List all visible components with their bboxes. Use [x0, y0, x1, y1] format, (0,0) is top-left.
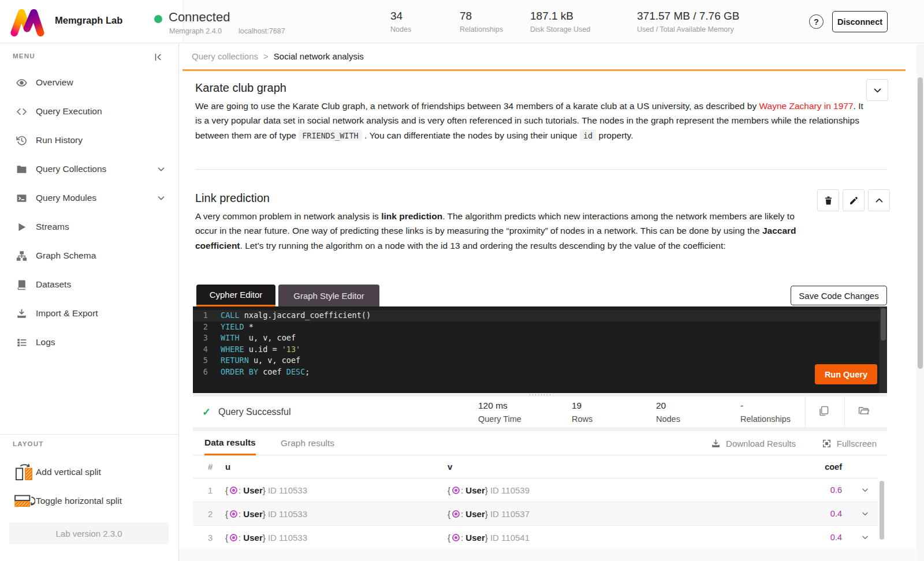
- expand-row-icon[interactable]: [842, 485, 870, 495]
- horizontal-split-icon: [13, 491, 36, 511]
- sidebar-item-query-modules[interactable]: Query Modules: [0, 184, 178, 212]
- tab-cypher-editor[interactable]: Cypher Editor: [196, 285, 275, 306]
- lab-version-badge: Lab version 2.3.0: [9, 522, 169, 544]
- memgraph-lab-app: Memgraph Lab Connected Memgraph 2.4.0 lo…: [0, 0, 924, 561]
- table-row[interactable]: 2 {: User} ID 110533 {: User} ID 110537 …: [193, 502, 878, 526]
- chevron-up-icon: [874, 196, 884, 205]
- breadcrumb-parent[interactable]: Query collections: [192, 51, 258, 61]
- collapse-section-button[interactable]: [866, 79, 888, 101]
- layout-section-label: LAYOUT: [13, 440, 43, 447]
- sidebar-item-import-export[interactable]: Import & Export: [0, 299, 178, 328]
- folder-icon: [15, 163, 28, 175]
- query-stats: 120 ms Query Time 19 Rows 20 Nodes - Rel…: [478, 401, 827, 424]
- link-prediction-paragraph: A very common problem in network analysi…: [195, 209, 808, 253]
- table-row[interactable]: 3 {: User} ID 110533 {: User} ID 110541 …: [193, 526, 878, 548]
- sidebar-divider: [0, 434, 178, 435]
- code-line[interactable]: 3 WITH u, v, coef: [193, 332, 887, 344]
- save-code-changes-button[interactable]: Save Code Changes: [791, 286, 887, 305]
- delete-query-button[interactable]: [817, 189, 839, 211]
- breadcrumb: Query collections > Social network analy…: [192, 43, 364, 69]
- table-body: 1 {: User} ID 110533 {: User} ID 110539 …: [193, 478, 878, 548]
- query-stat: 19 Rows: [572, 401, 656, 424]
- header-stats: 34 Nodes 78 Relationships 187.1 kB Disk …: [390, 10, 776, 33]
- line-number: 5: [193, 355, 221, 366]
- query-status-message: ✓ Query Successful: [202, 397, 290, 427]
- expand-row-icon[interactable]: [842, 533, 870, 542]
- tab-data-results[interactable]: Data results: [204, 431, 256, 455]
- help-icon[interactable]: ?: [809, 14, 824, 29]
- memgraph-logo: [9, 5, 45, 38]
- tab-graph-style-editor[interactable]: Graph Style Editor: [278, 285, 379, 306]
- column-header: u: [225, 462, 448, 472]
- sidebar-collapse-icon[interactable]: [151, 50, 165, 64]
- sidebar-item-logs[interactable]: Logs: [0, 328, 178, 357]
- chevron-down-icon: [873, 85, 882, 95]
- table-row[interactable]: 1 {: User} ID 110533 {: User} ID 110539 …: [193, 478, 878, 502]
- fullscreen-icon: [822, 439, 832, 448]
- connected-dot-icon: [154, 15, 162, 23]
- breadcrumb-current: Social network analysis: [274, 51, 364, 61]
- chevron-down-icon[interactable]: [156, 193, 166, 203]
- node-label-icon: [452, 510, 460, 518]
- editor-scrollbar[interactable]: [880, 306, 887, 393]
- main-content: Query collections > Social network analy…: [179, 43, 924, 561]
- line-number: 3: [193, 332, 221, 344]
- chevron-down-icon[interactable]: [156, 164, 166, 174]
- collapse-section-button[interactable]: [868, 189, 890, 211]
- disconnect-button[interactable]: Disconnect: [832, 11, 888, 32]
- expand-row-icon[interactable]: [842, 509, 870, 518]
- layout-item-label: Add vertical split: [36, 467, 101, 477]
- line-number: 2: [193, 321, 221, 333]
- download-icon: [711, 439, 721, 448]
- save-to-collection-icon[interactable]: [858, 405, 871, 418]
- sidebar-item-query-collections[interactable]: Query Collections: [0, 155, 178, 184]
- sidebar-item-overview[interactable]: Overview: [0, 68, 178, 97]
- page-scrollbar[interactable]: [916, 44, 924, 561]
- tab-graph-results[interactable]: Graph results: [281, 431, 334, 455]
- code-line[interactable]: 2 YIELD *: [193, 321, 887, 333]
- add-vertical-split-button[interactable]: Add vertical split: [0, 458, 178, 487]
- sidebar-item-query-execution[interactable]: Query Execution: [0, 97, 178, 126]
- code-line[interactable]: 6 ORDER BY coef DESC;: [193, 366, 887, 378]
- code-line[interactable]: 4 WHERE u.id = '13': [193, 344, 887, 356]
- eye-icon: [15, 76, 28, 89]
- node-label-icon: [452, 487, 460, 494]
- line-number: 4: [193, 344, 221, 356]
- fullscreen-button[interactable]: Fullscreen: [822, 431, 877, 455]
- run-query-button[interactable]: Run Query: [815, 364, 877, 384]
- node-cell: {: User} ID 110533: [225, 533, 448, 543]
- query-stat: - Relationships: [740, 401, 827, 424]
- toggle-horizontal-split-button[interactable]: Toggle horizontal split: [0, 487, 178, 515]
- app-title: Memgraph Lab: [55, 15, 122, 26]
- code-line[interactable]: 5 RETURN u, v, coef: [193, 355, 887, 366]
- coef-value: 0.4: [805, 509, 842, 518]
- column-header: v: [448, 462, 805, 472]
- node-cell: {: User} ID 110539: [448, 485, 805, 495]
- header-stat: 34 Nodes: [390, 10, 460, 33]
- sidebar-item-datasets[interactable]: Datasets: [0, 270, 178, 299]
- sidebar-item-run-history[interactable]: Run History: [0, 126, 178, 155]
- page-scrollbar-thumb[interactable]: [918, 77, 923, 369]
- check-icon: ✓: [202, 406, 211, 418]
- book-icon: [15, 278, 28, 291]
- code-lines: 1 CALL nxalg.jaccard_coefficient() 2 YIE…: [193, 310, 887, 377]
- cypher-code-editor[interactable]: 1 CALL nxalg.jaccard_coefficient() 2 YIE…: [193, 306, 887, 393]
- node-cell: {: User} ID 110541: [448, 533, 805, 543]
- card-top-border: [182, 69, 906, 71]
- query-status-bar: ✓ Query Successful 120 ms Query Time 19 …: [193, 397, 887, 427]
- sidebar-item-streams[interactable]: Streams: [0, 212, 178, 241]
- copy-results-icon[interactable]: [818, 405, 830, 418]
- download-results-button[interactable]: Download Results: [711, 431, 796, 455]
- sidebar-item-graph-schema[interactable]: Graph Schema: [0, 241, 178, 270]
- line-number: 1: [193, 310, 221, 321]
- results-tabs: Data results Graph results Download Resu…: [193, 431, 887, 455]
- code-line[interactable]: 1 CALL nxalg.jaccard_coefficient(): [193, 310, 887, 321]
- results-panel: Data results Graph results Download Resu…: [193, 431, 887, 548]
- server-host: localhost:7687: [239, 27, 285, 35]
- top-header: Memgraph Lab Connected Memgraph 2.4.0 lo…: [0, 0, 924, 43]
- edit-query-button[interactable]: [843, 189, 865, 211]
- layout-item-label: Toggle horizontal split: [36, 496, 122, 506]
- karate-section-paragraph: We are going to use the Karate Club grap…: [195, 99, 866, 143]
- section-gap: [193, 427, 887, 431]
- table-scrollbar[interactable]: [880, 481, 884, 540]
